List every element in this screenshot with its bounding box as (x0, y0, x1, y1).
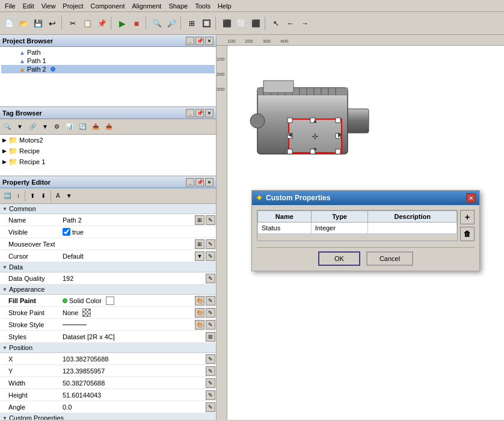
tb-cut[interactable]: ✂ (66, 17, 79, 30)
prop-mouseover-edit[interactable]: ✎ (206, 239, 215, 249)
section-common[interactable]: ▼ Common (0, 204, 216, 214)
menu-shape[interactable]: Shape (165, 1, 191, 11)
section-data[interactable]: ▼ Data (0, 262, 216, 272)
tag-toolbar-btn1[interactable]: 🔍 (1, 122, 13, 131)
tag-toolbar-btn7[interactable]: 🔄 (76, 122, 88, 131)
tb-forward[interactable]: → (298, 17, 312, 30)
property-editor-close[interactable]: × (205, 178, 214, 186)
dialog-ok-btn[interactable]: OK (318, 251, 360, 266)
tree-item-path1[interactable]: ▲ Path 1 (1, 57, 215, 65)
tb-new[interactable]: 📄 (2, 17, 16, 30)
dialog-delete-btn[interactable]: 🗑 (460, 227, 475, 241)
prop-strokepaint-paint[interactable]: 🎨 (195, 308, 204, 318)
section-custom-properties[interactable]: ▼ Custom Properties (0, 413, 216, 420)
prop-sort-alpha[interactable]: 🔤 (1, 191, 13, 200)
prop-fillpaint-paint[interactable]: 🎨 (195, 296, 204, 306)
menu-alignment[interactable]: Alignment (128, 1, 165, 11)
prop-height-value[interactable]: 51.60144043 (60, 390, 205, 400)
prop-width-value[interactable]: 50.382705688 (60, 378, 205, 388)
dialog-add-btn[interactable]: + (460, 210, 475, 224)
tb-paste[interactable]: 📌 (95, 17, 108, 30)
prop-x-value[interactable]: 103.382705688 (60, 354, 205, 364)
property-editor-minimize[interactable]: _ (186, 178, 194, 186)
prop-cursor-edit[interactable]: ✎ (206, 251, 215, 261)
prop-cursor-dropdown[interactable]: ▼ (195, 251, 204, 261)
section-appearance[interactable]: ▼ Appearance (0, 284, 216, 295)
tb-arrow[interactable]: ↖ (269, 17, 283, 30)
tree-item-path2[interactable]: ▲ Path 2 (1, 65, 215, 73)
menu-component[interactable]: Component (87, 1, 129, 11)
menu-project[interactable]: Project (59, 1, 87, 11)
tag-toolbar-btn4[interactable]: ▼ (40, 122, 51, 131)
canvas-area[interactable]: ✛ ▲ ▼ ◀ ▶ ✦ Custom Properties ✕ (227, 46, 504, 420)
menu-tools[interactable]: Tools (191, 1, 214, 11)
tag-toolbar-btn9[interactable]: 📤 (103, 122, 115, 131)
menu-help[interactable]: Help (214, 1, 235, 11)
prop-mouseover-value[interactable] (60, 243, 194, 245)
tag-toolbar-btn5[interactable]: ⚙ (52, 122, 62, 131)
tag-browser-close[interactable]: × (205, 109, 214, 117)
table-row[interactable]: Status Integer (258, 223, 457, 234)
prop-styles-edit[interactable]: ⊞ (206, 332, 215, 342)
prop-fillpaint-edit[interactable]: ✎ (206, 296, 215, 306)
tag-toolbar-btn6[interactable]: 📊 (63, 122, 75, 131)
project-browser-pin[interactable]: 📌 (195, 37, 204, 45)
prop-strokestyle-paint[interactable]: 🎨 (195, 320, 204, 330)
prop-move-down[interactable]: ⬇ (38, 191, 48, 200)
prop-y-value[interactable]: 123.39855957 (60, 366, 205, 376)
project-browser-close[interactable]: × (205, 37, 214, 45)
prop-name-bind[interactable]: ⊞ (195, 215, 204, 225)
tag-browser-pin[interactable]: 📌 (195, 109, 204, 117)
property-editor-pin[interactable]: 📌 (195, 178, 204, 186)
prop-dataquality-edit[interactable]: ✎ (206, 274, 215, 283)
prop-height-edit[interactable]: ✎ (206, 390, 215, 400)
tag-row-recipe1[interactable]: ▶ 📁 Recipe 1 (0, 156, 216, 167)
dialog-titlebar[interactable]: ✦ Custom Properties ✕ (252, 191, 479, 205)
tag-toolbar-btn3[interactable]: 🔗 (26, 122, 38, 131)
tb-zoom-out[interactable]: 🔎 (165, 17, 178, 30)
prop-cursor-value[interactable]: Default (60, 251, 194, 261)
tb-snap[interactable]: 🔲 (200, 17, 213, 30)
tb-undo[interactable]: ↩ (46, 17, 59, 30)
tb-zoom-in[interactable]: 🔍 (150, 17, 164, 30)
menu-file[interactable]: File (1, 1, 19, 11)
prop-font-arrow[interactable]: ▼ (64, 191, 75, 200)
tb-run[interactable]: ▶ (115, 17, 129, 30)
tb-back[interactable]: ← (284, 17, 297, 30)
tb-align-center[interactable]: ⬜ (235, 17, 248, 30)
prop-width-edit[interactable]: ✎ (206, 378, 215, 388)
prop-strokepaint-edit[interactable]: ✎ (206, 308, 215, 318)
menu-edit[interactable]: Edit (19, 1, 38, 11)
tag-browser-minimize[interactable]: _ (186, 109, 194, 117)
tag-toolbar-btn2[interactable]: ▼ (14, 122, 25, 131)
tb-save[interactable]: 💾 (31, 17, 45, 30)
prop-dataquality-value[interactable]: 192 (60, 274, 205, 283)
section-position[interactable]: ▼ Position (0, 343, 216, 353)
dialog-cancel-btn[interactable]: Cancel (366, 251, 413, 266)
tb-grid[interactable]: ⊞ (185, 17, 198, 30)
prop-strokestyle-edit[interactable]: ✎ (206, 320, 215, 330)
prop-mouseover-bind[interactable]: ⊞ (195, 239, 204, 249)
prop-x-edit[interactable]: ✎ (206, 354, 215, 364)
prop-name-value[interactable]: Path 2 (60, 215, 194, 225)
prop-angle-value[interactable]: 0.0 (60, 402, 205, 412)
tb-align-right[interactable]: ⬛ (249, 17, 262, 30)
tag-toolbar-btn8[interactable]: 📥 (90, 122, 102, 131)
prop-name-edit[interactable]: ✎ (206, 215, 215, 225)
project-browser-minimize[interactable]: _ (186, 37, 194, 45)
prop-sort-num[interactable]: ↕ (14, 191, 22, 200)
tree-item-path[interactable]: ▲ Path (1, 48, 215, 57)
prop-visible-checkbox[interactable] (63, 228, 70, 236)
motor-container[interactable]: ✛ ▲ ▼ ◀ ▶ (245, 76, 372, 167)
tag-row-recipe[interactable]: ▶ 📁 Recipe (0, 146, 216, 156)
prop-move-up[interactable]: ⬆ (28, 191, 37, 200)
tb-open[interactable]: 📂 (17, 17, 30, 30)
tb-copy[interactable]: 📋 (81, 17, 94, 30)
dialog-close-btn[interactable]: ✕ (466, 193, 476, 203)
prop-angle-edit[interactable]: ✎ (206, 402, 215, 412)
prop-styles-value[interactable]: Dataset [2R x 4C] (60, 332, 205, 342)
prop-font[interactable]: A (54, 191, 63, 200)
prop-y-edit[interactable]: ✎ (206, 366, 215, 376)
tag-row-motors2[interactable]: ▶ 📁 Motors2 (0, 135, 216, 146)
menu-view[interactable]: View (38, 1, 60, 11)
